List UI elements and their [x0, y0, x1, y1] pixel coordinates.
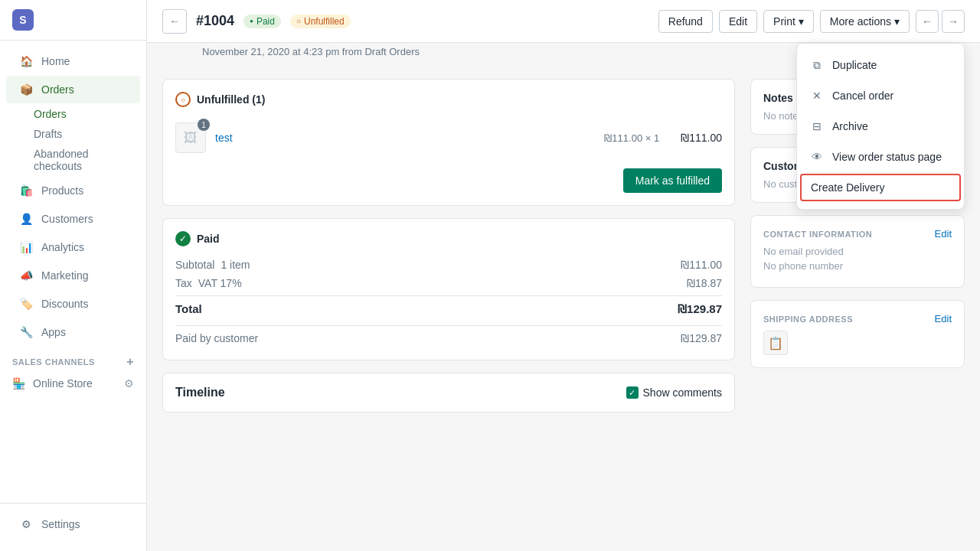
dropdown-cancel[interactable]: ✕ Cancel order [797, 80, 964, 111]
sidebar-nav: 🏠 Home 📦 Orders Orders Drafts Abandoned … [0, 41, 146, 503]
subtotal-row: Subtotal 1 item ₪111.00 [175, 256, 722, 274]
customers-icon: 👤 [18, 211, 34, 227]
logo-icon: S [12, 9, 34, 31]
online-store-icon: 🏪 [12, 377, 25, 390]
tax-label: Tax [175, 277, 192, 289]
order-item: 1 🖼 test ₪111.00 × 1 ₪111.00 [175, 116, 722, 159]
sidebar-sub-abandoned[interactable]: Abandoned checkouts [34, 144, 146, 176]
print-button[interactable]: Print ▾ [763, 10, 814, 33]
fulfill-button[interactable]: Mark as fulfilled [623, 168, 722, 193]
fulfill-button-row: Mark as fulfilled [175, 168, 722, 193]
add-sales-channel-button[interactable]: + [126, 356, 134, 368]
sidebar-item-discounts[interactable]: 🏷️ Discounts [6, 290, 140, 318]
print-label: Print [773, 15, 795, 28]
topbar: ← #1004 Paid Unfulfilled Refund Edit Pri… [147, 0, 980, 43]
subtotal-qty: 1 item [220, 259, 250, 271]
tax-rate: VAT 17% [198, 277, 242, 289]
sidebar-item-analytics-label: Analytics [41, 241, 84, 253]
dropdown-archive-label: Archive [832, 120, 868, 132]
products-icon: 🛍️ [18, 183, 34, 198]
paid-by-label: Paid by customer [175, 332, 258, 344]
paid-by-row: Paid by customer ₪129.87 [175, 325, 722, 347]
total-row: Total ₪129.87 [175, 295, 722, 319]
edit-button[interactable]: Edit [719, 10, 757, 33]
timeline-header: Timeline Show comments [175, 386, 722, 399]
subtotal-amount: ₪111.00 [681, 259, 722, 271]
more-actions-dropdown: ⧉ Duplicate ✕ Cancel order ⊟ Archive 👁 V… [796, 43, 965, 210]
sidebar-item-customers[interactable]: 👤 Customers [6, 205, 140, 233]
next-order-button[interactable]: → [942, 10, 965, 33]
duplicate-icon: ⧉ [809, 57, 825, 73]
sidebar-sub-drafts[interactable]: Drafts [34, 124, 146, 144]
paid-by-amount: ₪129.87 [681, 332, 722, 344]
payment-card-header: ✓ Paid [175, 231, 722, 246]
sidebar-item-orders-label: Orders [41, 83, 74, 96]
unfulfilled-card: ○ Unfulfilled (1) 1 🖼 test ₪111.00 × 1 ₪… [162, 79, 735, 206]
dropdown-view-status[interactable]: 👁 View order status page [797, 142, 964, 172]
more-actions-chevron-icon: ▾ [894, 15, 900, 28]
view-status-icon: 👁 [809, 149, 825, 165]
sidebar-item-marketing-label: Marketing [41, 269, 88, 282]
sidebar-item-apps-label: Apps [41, 326, 66, 338]
orders-submenu: Orders Drafts Abandoned checkouts [0, 104, 146, 176]
sidebar-item-online-store[interactable]: 🏪 Online Store ⚙ [0, 371, 146, 396]
sidebar-item-products[interactable]: 🛍️ Products [6, 177, 140, 204]
sidebar-item-products-label: Products [41, 184, 83, 197]
sidebar-item-customers-label: Customers [41, 213, 93, 225]
shipping-title: SHIPPING ADDRESS [763, 315, 853, 324]
dropdown-cancel-label: Cancel order [832, 90, 893, 102]
contact-title: CONTACT INFORMATION [763, 230, 872, 239]
item-quantity-badge: 1 [198, 119, 210, 131]
dropdown-view-status-label: View order status page [832, 151, 942, 163]
contact-edit-button[interactable]: Edit [935, 228, 952, 240]
sidebar-item-marketing[interactable]: 📣 Marketing [6, 262, 140, 289]
tax-amount: ₪18.87 [687, 277, 722, 289]
orders-icon: 📦 [18, 82, 34, 97]
archive-icon: ⊟ [809, 119, 825, 134]
main-content: ← #1004 Paid Unfulfilled Refund Edit Pri… [147, 0, 980, 551]
shipping-header-row: SHIPPING ADDRESS Edit [763, 313, 952, 324]
item-name[interactable]: test [215, 132, 595, 144]
contact-card: CONTACT INFORMATION Edit No email provid… [750, 215, 965, 288]
timeline-title: Timeline [175, 386, 225, 399]
shipping-card: SHIPPING ADDRESS Edit 📋 [750, 300, 965, 368]
shipping-edit-button[interactable]: Edit [935, 313, 952, 324]
back-button[interactable]: ← [162, 9, 187, 34]
dropdown-archive[interactable]: ⊟ Archive [797, 111, 964, 142]
show-comments-toggle[interactable]: Show comments [626, 386, 722, 399]
online-store-settings-icon[interactable]: ⚙ [124, 377, 134, 390]
show-comments-checkbox[interactable] [626, 386, 639, 399]
order-number: #1004 [196, 13, 234, 29]
dropdown-duplicate[interactable]: ⧉ Duplicate [797, 50, 964, 80]
unfulfilled-card-header: ○ Unfulfilled (1) [175, 92, 722, 107]
sidebar-item-orders[interactable]: 📦 Orders [6, 76, 140, 103]
sidebar-item-home-label: Home [41, 55, 70, 67]
prev-order-button[interactable]: ← [916, 10, 939, 33]
nav-arrows: ← → [916, 10, 965, 33]
sidebar-item-settings-label: Settings [41, 518, 80, 530]
dropdown-create-delivery[interactable]: Create Delivery [800, 174, 961, 201]
left-column: ○ Unfulfilled (1) 1 🖼 test ₪111.00 × 1 ₪… [162, 79, 735, 536]
paid-badge: Paid [243, 15, 281, 28]
apps-icon: 🔧 [18, 324, 34, 340]
tax-row: Tax VAT 17% ₪18.87 [175, 274, 722, 292]
sidebar-item-settings[interactable]: ⚙ Settings [6, 510, 140, 538]
sidebar-item-analytics[interactable]: 📊 Analytics [6, 233, 140, 261]
contact-email: No email provided [763, 246, 952, 257]
home-icon: 🏠 [18, 54, 34, 69]
marketing-icon: 📣 [18, 268, 34, 283]
more-actions-button[interactable]: More actions ▾ [820, 10, 910, 33]
contact-phone: No phone number [763, 260, 952, 272]
sidebar-item-home[interactable]: 🏠 Home [6, 47, 140, 75]
refund-button[interactable]: Refund [658, 10, 713, 33]
item-qty-price: ₪111.00 × 1 [604, 132, 659, 144]
payment-card: ✓ Paid Subtotal 1 item ₪111.00 Tax VAT 1… [162, 218, 735, 360]
total-amount: ₪129.87 [678, 302, 722, 316]
item-image: 1 🖼 [175, 122, 206, 153]
discounts-icon: 🏷️ [18, 296, 34, 311]
online-store-label: Online Store [33, 377, 93, 390]
contact-header-row: CONTACT INFORMATION Edit [763, 228, 952, 240]
sales-channels-section: SALES CHANNELS + [0, 347, 146, 371]
sidebar-sub-orders[interactable]: Orders [34, 104, 146, 124]
sidebar-item-apps[interactable]: 🔧 Apps [6, 318, 140, 346]
